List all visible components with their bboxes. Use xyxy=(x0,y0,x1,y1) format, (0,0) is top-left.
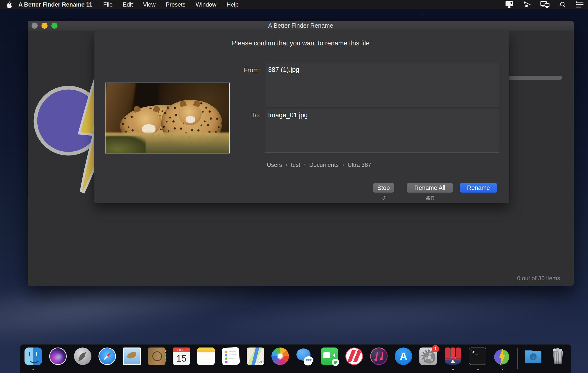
dock-icon-sysprefs[interactable]: 1 xyxy=(419,347,438,371)
breadcrumb-segment[interactable]: Ultra 387 xyxy=(348,162,371,168)
menu-window[interactable]: Window xyxy=(191,1,221,8)
finder-icon xyxy=(24,348,42,365)
thumbnail-art xyxy=(105,136,146,154)
window-body: 0 out of 30 items Please confirm that yo… xyxy=(28,31,574,285)
rename-confirm-sheet: Please confirm that you want to rename t… xyxy=(94,31,509,203)
app-window: A Better Finder Rename 0 out of 30 items… xyxy=(28,21,574,286)
wallpaper-star xyxy=(423,14,423,15)
breadcrumb-segment[interactable]: test xyxy=(291,162,300,168)
dock-icon-reminders[interactable] xyxy=(221,347,240,371)
breadcrumb-separator: › xyxy=(342,161,344,168)
dock-icon-facetime[interactable] xyxy=(320,347,339,371)
menu-bar: A Better Finder Rename 11 File Edit View… xyxy=(0,0,588,9)
trash-icon xyxy=(549,348,567,365)
rename-button[interactable]: Rename xyxy=(460,183,497,193)
calendar-month: OCT xyxy=(173,348,190,352)
stop-shortcut-hint: ↺ xyxy=(373,195,394,201)
news-icon xyxy=(346,348,363,365)
contacts-icon xyxy=(148,348,165,365)
dock-icon-finder[interactable] xyxy=(24,347,43,371)
dock-icon-frontrow[interactable] xyxy=(443,347,462,371)
menu-view[interactable]: View xyxy=(138,1,161,8)
displays-icon[interactable] xyxy=(540,1,550,8)
dock-icon-news[interactable] xyxy=(345,347,364,371)
calendar-day: 15 xyxy=(173,352,190,364)
menu-file[interactable]: File xyxy=(98,1,118,8)
dock-icon-launchpad[interactable] xyxy=(73,347,92,371)
to-label: To: xyxy=(205,111,261,119)
maps-icon: 3D xyxy=(247,348,264,365)
running-indicator xyxy=(452,369,454,370)
dock-icon-abfr[interactable] xyxy=(493,347,512,371)
desktop: A Better Finder Rename 11 File Edit View… xyxy=(0,0,588,373)
reminders-icon xyxy=(221,347,240,365)
photos-icon xyxy=(272,348,289,365)
wallpaper-star xyxy=(70,19,70,19)
dock-icon-terminal[interactable]: >_ xyxy=(468,347,487,371)
terminal-icon: >_ xyxy=(469,348,486,365)
dock-icon-maps[interactable]: 3D xyxy=(246,347,265,371)
thumbnail-art xyxy=(186,116,195,123)
rename-all-button[interactable]: Rename All xyxy=(407,183,453,193)
confirm-message: Please confirm that you want to rename t… xyxy=(94,40,509,47)
menu-edit[interactable]: Edit xyxy=(118,1,138,8)
launchpad-icon xyxy=(74,348,92,365)
title-bar[interactable]: A Better Finder Rename xyxy=(28,21,574,31)
dock-icon-itunes[interactable] xyxy=(369,347,388,371)
to-filename: Image_01.jpg xyxy=(268,111,308,119)
frontrow-seats xyxy=(445,348,450,358)
dock-icon-downloads[interactable]: ↓ xyxy=(524,347,543,371)
menu-list-icon[interactable] xyxy=(576,1,584,8)
safari-icon xyxy=(98,348,116,365)
item-count-status: 0 out of 30 items xyxy=(517,275,560,282)
to-filename-box[interactable]: Image_01.jpg xyxy=(265,109,499,153)
dock-icon-notes[interactable] xyxy=(197,347,215,371)
appstore-icon: A xyxy=(395,348,412,365)
running-indicator xyxy=(32,369,34,370)
thumbnail-art xyxy=(142,124,156,133)
dock-icon-mail[interactable] xyxy=(123,347,141,371)
mail-icon xyxy=(123,348,141,365)
dock-icon-trash[interactable] xyxy=(548,347,567,371)
running-indicator xyxy=(502,369,503,370)
maps-3d-label: 3D xyxy=(257,358,264,365)
breadcrumb-separator: › xyxy=(285,161,288,168)
dock-icon-appstore[interactable]: A xyxy=(394,347,413,371)
dock-icon-photos[interactable] xyxy=(271,347,290,371)
app-icon-watermark xyxy=(28,31,94,285)
dock: OCT153DA1>_↓ xyxy=(20,344,571,373)
dock-icon-messages[interactable] xyxy=(295,347,314,371)
rename-all-shortcut-hint: ⌘R xyxy=(407,195,453,201)
from-label: From: xyxy=(205,66,261,74)
window-title: A Better Finder Rename xyxy=(28,22,574,29)
stop-button[interactable]: Stop xyxy=(373,183,394,193)
terminal-prompt: >_ xyxy=(471,349,478,355)
download-arrow-icon: ↓ xyxy=(530,353,536,360)
menu-help[interactable]: Help xyxy=(221,1,243,8)
screen-sharing-icon[interactable] xyxy=(505,1,514,8)
menu-status-area xyxy=(505,0,584,9)
siri-icon xyxy=(49,348,67,365)
dock-icon-safari[interactable] xyxy=(98,347,117,371)
file-path-breadcrumb[interactable]: Users›test›Documents›Ultra 387 xyxy=(267,161,371,168)
facetime-icon xyxy=(321,348,338,365)
apple-menu-icon[interactable] xyxy=(6,1,13,8)
messages-icon xyxy=(296,348,313,365)
breadcrumb-segment[interactable]: Documents xyxy=(309,162,339,168)
downloads-icon: ↓ xyxy=(525,348,542,365)
notification-badge: 1 xyxy=(432,345,439,352)
facetime-phone-badge xyxy=(332,359,339,366)
from-filename-box: 387 (1).jpg xyxy=(265,64,499,107)
pointer-tool-icon[interactable] xyxy=(524,1,531,8)
calendar-icon: OCT15 xyxy=(173,348,190,365)
dock-icon-siri[interactable] xyxy=(49,347,67,371)
dock-icon-calendar[interactable]: OCT15 xyxy=(172,347,191,371)
breadcrumb-segment[interactable]: Users xyxy=(267,162,282,168)
from-filename: 387 (1).jpg xyxy=(268,66,299,73)
dock-icon-contacts[interactable] xyxy=(147,347,166,371)
search-icon[interactable] xyxy=(559,1,566,8)
menu-presets[interactable]: Presets xyxy=(161,1,190,8)
itunes-icon xyxy=(370,348,388,365)
menu-app-name[interactable]: A Better Finder Rename 11 xyxy=(18,1,98,8)
running-indicator xyxy=(477,369,479,370)
